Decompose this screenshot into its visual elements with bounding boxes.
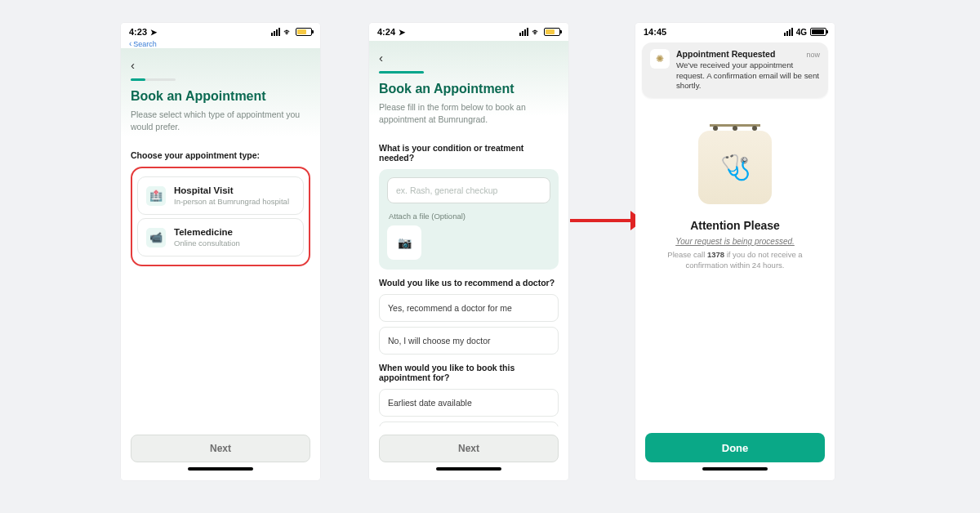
camera-icon: 📷	[398, 236, 412, 249]
screen-confirmation: 14:45 4G ✺ Appointment Requested now We'…	[635, 23, 835, 480]
option-recommend-yes[interactable]: Yes, recommend a doctor for me	[379, 294, 559, 322]
signal-icon	[784, 28, 793, 36]
status-time: 4:24	[377, 27, 395, 37]
chevron-left-icon: ‹	[129, 39, 131, 48]
location-icon: ➤	[399, 28, 405, 37]
progress-bar	[379, 71, 424, 74]
attention-note-pre: Please call	[667, 250, 707, 259]
attention-title: Attention Please	[645, 219, 825, 232]
home-indicator	[188, 467, 253, 471]
wifi-icon: ᯤ	[532, 27, 541, 37]
question-recommend: Would you like us to recommend a doctor?	[379, 278, 559, 288]
notification-time: now	[806, 51, 820, 59]
attention-note: Please call 1378 if you do not receive a…	[645, 249, 825, 271]
page-subtitle: Please select which type of appointment …	[131, 109, 310, 132]
status-bar: 4:23 ➤ ᯤ	[121, 23, 320, 41]
condition-input[interactable]	[387, 177, 550, 203]
signal-icon	[519, 28, 528, 36]
option-date-earliest[interactable]: Earliest date available	[379, 389, 559, 417]
body: 🩺 Attention Please Your request is being…	[635, 98, 835, 425]
page-subtitle: Please fill in the form below to book an…	[379, 101, 559, 125]
back-button[interactable]: ‹	[131, 58, 135, 72]
calendar-illustration: 🩺	[698, 131, 772, 204]
done-button[interactable]: Done	[645, 433, 825, 462]
status-bar: 14:45 4G	[635, 23, 835, 41]
option-hospital-visit[interactable]: 🏥 Hospital Visit In-person at Bumrungrad…	[137, 176, 304, 215]
progress-bar	[131, 78, 176, 81]
option-subtitle: In-person at Bumrungrad hospital	[174, 197, 289, 206]
home-indicator	[436, 467, 501, 471]
back-button[interactable]: ‹	[379, 51, 383, 65]
network-label: 4G	[796, 28, 807, 37]
back-search-label: Search	[133, 40, 157, 48]
battery-icon	[544, 28, 560, 36]
notification-title: Appointment Requested	[676, 49, 775, 59]
status-bar: 4:24 ➤ ᯤ	[369, 23, 568, 41]
attention-phone-number: 1378	[707, 250, 724, 259]
option-subtitle: Online consultation	[174, 239, 240, 248]
home-indicator	[702, 467, 768, 471]
location-icon: ➤	[150, 28, 157, 37]
next-button[interactable]: Next	[131, 435, 310, 462]
flow-arrow-icon	[570, 211, 644, 230]
battery-icon	[296, 28, 312, 36]
header: ‹ Book an Appointment Please select whic…	[121, 48, 320, 137]
signal-icon	[271, 28, 280, 36]
appointment-type-group-highlight: 🏥 Hospital Visit In-person at Bumrungrad…	[131, 167, 310, 266]
status-time: 4:23	[129, 27, 147, 37]
push-notification[interactable]: ✺ Appointment Requested now We've receiv…	[642, 42, 828, 98]
wifi-icon: ᯤ	[283, 27, 292, 37]
attention-subtitle: Your request is being processed.	[645, 237, 825, 246]
hospital-icon: 🏥	[146, 186, 166, 206]
body: Choose your appointment type: 🏥 Hospital…	[121, 137, 320, 426]
question-when: When would you like to book this appoint…	[379, 363, 559, 382]
screen-choose-type: 4:23 ➤ ᯤ ‹ Search ‹ Book an Appointment …	[121, 23, 320, 480]
body: What is your condition or treatment need…	[369, 130, 568, 426]
medical-cross-icon: 🩺	[720, 153, 751, 181]
attach-file-button[interactable]: 📷	[387, 225, 421, 260]
header: ‹ Book an Appointment Please fill in the…	[369, 41, 568, 130]
page-title: Book an Appointment	[379, 82, 559, 96]
question-condition: What is your condition or treatment need…	[379, 143, 559, 163]
notification-body: We've received your appointment request.…	[676, 60, 820, 91]
screen-form: 4:24 ➤ ᯤ ‹ Book an Appointment Please fi…	[369, 23, 568, 480]
battery-icon	[810, 28, 826, 36]
back-to-search[interactable]: ‹ Search	[121, 39, 320, 48]
option-telemedicine[interactable]: 📹 Telemedicine Online consultation	[137, 218, 304, 256]
video-icon: 📹	[146, 228, 166, 248]
footer: Done	[635, 425, 835, 480]
app-icon: ✺	[650, 49, 670, 69]
option-title: Hospital Visit	[174, 185, 289, 195]
footer: Next	[121, 426, 320, 480]
option-recommend-no[interactable]: No, I will choose my doctor	[379, 327, 559, 355]
page-title: Book an Appointment	[131, 89, 310, 104]
condition-panel: Attach a file (Optional) 📷	[379, 169, 559, 270]
footer: Next	[369, 426, 568, 480]
status-time: 14:45	[644, 27, 666, 37]
next-button[interactable]: Next	[379, 435, 559, 462]
option-title: Telemedicine	[174, 227, 240, 237]
choose-type-label: Choose your appointment type:	[131, 150, 310, 160]
attach-label: Attach a file (Optional)	[389, 212, 550, 221]
